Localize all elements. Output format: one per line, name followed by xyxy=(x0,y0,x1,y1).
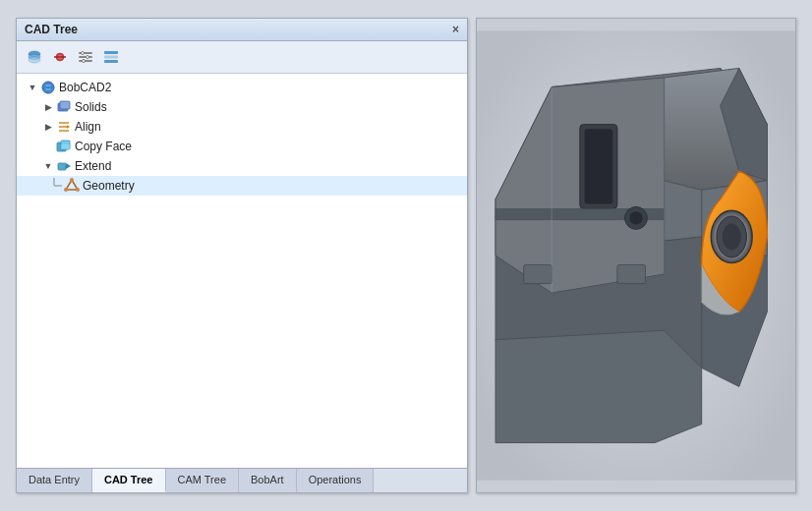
svg-point-11 xyxy=(83,60,86,63)
solids-icon xyxy=(56,99,72,115)
expander-geometry xyxy=(48,178,64,194)
expander-solids[interactable]: ▶ xyxy=(40,99,56,115)
tab-cam-tree[interactable]: CAM Tree xyxy=(166,469,240,492)
svg-rect-25 xyxy=(58,163,66,170)
solids-label: Solids xyxy=(75,100,107,114)
main-container: CAD Tree × xyxy=(8,10,804,501)
toolbar-btn-visibility[interactable] xyxy=(48,45,72,69)
svg-rect-18 xyxy=(60,101,70,109)
tree-item-align[interactable]: ▶ Align xyxy=(17,117,467,137)
child-connector-icon xyxy=(48,178,64,194)
tree-item-extend[interactable]: ▼ Extend xyxy=(17,156,467,176)
expander-align[interactable]: ▶ xyxy=(40,119,56,135)
align-label: Align xyxy=(75,120,101,134)
svg-rect-49 xyxy=(617,265,646,284)
svg-rect-6 xyxy=(79,52,92,54)
svg-marker-47 xyxy=(495,330,702,442)
svg-rect-12 xyxy=(104,51,118,54)
svg-point-10 xyxy=(87,56,89,59)
tree-content: ▼ BobCAD2 ▶ xyxy=(17,74,467,468)
svg-rect-7 xyxy=(79,56,92,58)
tab-bobart[interactable]: BobArt xyxy=(239,469,297,492)
svg-point-9 xyxy=(82,52,85,55)
svg-point-30 xyxy=(70,178,74,182)
tab-cad-tree[interactable]: CAD Tree xyxy=(92,469,166,492)
3d-viewport xyxy=(477,19,795,492)
toolbar-strip xyxy=(17,41,467,74)
toolbar-btn-layers[interactable] xyxy=(23,45,46,69)
copyface-icon xyxy=(56,139,72,154)
extend-icon xyxy=(56,158,72,174)
bobcad2-icon xyxy=(40,80,56,95)
tree-item-bobcad2[interactable]: ▼ BobCAD2 xyxy=(17,78,467,97)
svg-point-31 xyxy=(76,188,80,192)
viewport-panel xyxy=(476,18,796,493)
expander-copyface xyxy=(40,139,56,154)
toolbar-btn-settings[interactable] xyxy=(74,45,97,69)
svg-point-51 xyxy=(629,211,642,224)
bobcad2-label: BobCAD2 xyxy=(59,81,111,94)
geometry-label: Geometry xyxy=(83,179,135,193)
copyface-label: Copy Face xyxy=(75,140,132,153)
svg-point-32 xyxy=(64,188,68,192)
svg-rect-8 xyxy=(79,60,92,62)
tab-operations[interactable]: Operations xyxy=(297,469,375,492)
tab-bar: Data Entry CAD Tree CAM Tree BobArt Oper… xyxy=(17,468,467,492)
svg-point-46 xyxy=(723,224,741,251)
svg-rect-14 xyxy=(104,60,118,63)
expander-bobcad2[interactable]: ▼ xyxy=(25,80,40,95)
settings-icon xyxy=(78,49,93,65)
layers-icon xyxy=(27,49,42,65)
svg-rect-42 xyxy=(585,129,613,203)
visibility-icon xyxy=(52,49,68,65)
align-icon xyxy=(56,119,72,135)
tree-item-geometry[interactable]: Geometry xyxy=(17,176,467,196)
svg-rect-13 xyxy=(104,56,118,59)
tree-item-solids[interactable]: ▶ Solids xyxy=(17,97,467,117)
svg-point-2 xyxy=(29,57,40,63)
panel-titlebar: CAD Tree × xyxy=(17,19,467,41)
list-icon xyxy=(103,49,119,65)
cad-panel: CAD Tree × xyxy=(16,18,468,493)
extend-label: Extend xyxy=(75,159,111,173)
tree-item-copyface[interactable]: Copy Face xyxy=(17,137,467,156)
svg-marker-26 xyxy=(66,163,71,169)
svg-marker-22 xyxy=(67,125,70,129)
geometry-icon xyxy=(64,178,80,194)
close-button[interactable]: × xyxy=(452,23,459,36)
svg-rect-48 xyxy=(524,265,552,284)
tab-data-entry[interactable]: Data Entry xyxy=(17,469,92,492)
toolbar-btn-list[interactable] xyxy=(99,45,123,69)
expander-extend[interactable]: ▼ xyxy=(40,158,56,174)
panel-title: CAD Tree xyxy=(25,23,78,36)
